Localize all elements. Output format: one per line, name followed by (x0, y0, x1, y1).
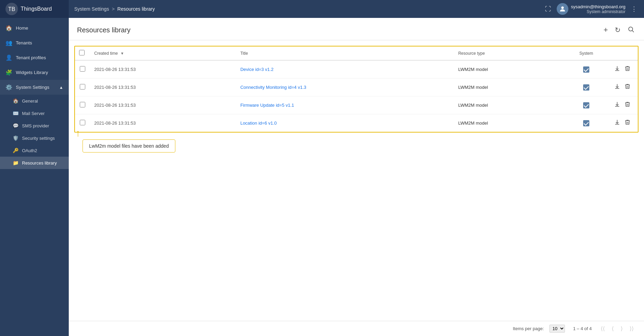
sidebar-item-home[interactable]: 🏠 Home (0, 21, 69, 35)
delete-button[interactable] (623, 101, 632, 110)
row-checkbox[interactable] (80, 66, 85, 72)
items-per-page-select[interactable]: 10 5 15 20 25 (549, 325, 565, 333)
more-options-button[interactable]: ⋮ (630, 4, 638, 14)
user-role: System administrator (571, 9, 625, 14)
prev-page-button[interactable]: ⟨ (610, 325, 616, 333)
col-title: Title (236, 46, 454, 60)
select-all-checkbox[interactable] (79, 50, 85, 55)
main-area: System Settings > Resources library ⛶ sy… (69, 0, 644, 336)
row-created-time: 2021-08-26 13:31:53 (90, 114, 236, 132)
download-button[interactable] (613, 118, 622, 128)
fullscreen-button[interactable]: ⛶ (544, 4, 553, 14)
oauth2-icon: 🔑 (12, 148, 19, 153)
breadcrumb-parent[interactable]: System Settings (74, 6, 109, 12)
row-system (566, 60, 607, 78)
download-button[interactable] (613, 101, 622, 110)
row-system (566, 114, 607, 132)
table-row: 2021-08-26 13:31:53 Firmware Update id=5… (75, 96, 638, 114)
row-checkbox[interactable] (80, 120, 85, 125)
download-button[interactable] (613, 65, 622, 74)
logo[interactable]: TB ThingsBoard (0, 0, 69, 18)
mail-server-icon: ✉️ (12, 111, 19, 116)
svg-point-2 (561, 7, 564, 9)
row-actions (607, 96, 638, 114)
row-actions (607, 114, 638, 132)
sidebar-item-mail-server-label: Mail Server (22, 111, 45, 116)
tooltip-arrow-icon: ↑ (76, 128, 80, 138)
tenants-icon: 👥 (6, 40, 12, 46)
nav: 🏠 Home 👥 Tenants 👤 Tenant profiles 🧩 Wid… (0, 18, 69, 336)
search-button[interactable] (626, 24, 636, 36)
row-resource-type: LWM2M model (454, 60, 566, 78)
row-checkbox[interactable] (80, 102, 85, 107)
col-title-label: Title (240, 51, 248, 56)
tooltip-container: ↑ LwM2m model files have been added (83, 139, 175, 153)
row-select-cell (75, 60, 90, 78)
sidebar-item-resources-library[interactable]: 📁 Resources library (0, 157, 69, 169)
last-page-button[interactable]: ⟩⟩ (627, 325, 636, 333)
sidebar-item-mail-server[interactable]: ✉️ Mail Server (0, 107, 69, 119)
sidebar-group-system-settings[interactable]: ⚙️ System Settings ▲ (0, 80, 69, 95)
download-icon (614, 101, 620, 107)
sidebar-item-general-label: General (22, 98, 38, 104)
sidebar-item-resources-library-label: Resources library (22, 160, 57, 166)
page-title: Resources library (77, 26, 602, 34)
sidebar-item-tenant-profiles[interactable]: 👤 Tenant profiles (0, 50, 69, 65)
sidebar-item-security-settings[interactable]: 🛡️ Security settings (0, 132, 69, 144)
row-system (566, 78, 607, 96)
page-header: Resources library + ↻ (69, 18, 644, 40)
col-system-label: System (579, 51, 593, 56)
trash-icon (624, 65, 631, 72)
delete-button[interactable] (623, 65, 632, 74)
col-created-time-label: Created time (94, 51, 118, 56)
refresh-button[interactable]: ↻ (613, 24, 622, 35)
col-resource-type-label: Resource type (458, 51, 485, 56)
svg-line-4 (632, 30, 634, 32)
table-row: 2021-08-26 13:31:53 Connectivity Monitor… (75, 78, 638, 96)
sidebar-item-oauth2[interactable]: 🔑 OAuth2 (0, 144, 69, 157)
row-select-cell (75, 78, 90, 96)
table-row: 2021-08-26 13:31:53 Location id=6 v1.0 L… (75, 114, 638, 132)
logo-text: ThingsBoard (21, 6, 52, 12)
svg-text:TB: TB (8, 6, 15, 12)
sidebar-item-sms-provider[interactable]: 💬 SMS provider (0, 119, 69, 132)
sort-icon: ▼ (120, 51, 124, 55)
row-checkbox[interactable] (80, 84, 85, 90)
download-button[interactable] (613, 83, 622, 92)
sidebar-group-system-settings-label: System Settings (16, 85, 50, 90)
trash-icon (624, 119, 631, 125)
col-select (75, 46, 90, 60)
sms-provider-icon: 💬 (12, 123, 19, 128)
first-page-button[interactable]: ⟨⟨ (599, 325, 607, 333)
sidebar-item-widgets-library[interactable]: 🧩 Widgets Library (0, 65, 69, 80)
download-icon (614, 83, 620, 90)
page-range: 1 – 4 of 4 (573, 326, 592, 331)
sidebar-item-general[interactable]: 🏠 General (0, 95, 69, 107)
col-system: System (566, 46, 607, 60)
delete-button[interactable] (623, 118, 632, 128)
row-system (566, 96, 607, 114)
topbar-user: sysadmin@thingsboard.org System administ… (557, 3, 625, 15)
col-resource-type: Resource type (454, 46, 566, 60)
trash-icon (624, 83, 631, 90)
sidebar-item-widgets-library-label: Widgets Library (16, 70, 48, 75)
sidebar-item-oauth2-label: OAuth2 (22, 148, 37, 153)
security-settings-icon: 🛡️ (12, 135, 19, 141)
table-row: 2021-08-26 13:31:53 Device id=3 v1.2 LWM… (75, 60, 638, 78)
next-page-button[interactable]: ⟩ (619, 325, 625, 333)
topbar-actions: ⛶ sysadmin@thingsboard.org System admini… (544, 3, 638, 15)
row-created-time: 2021-08-26 13:31:53 (90, 96, 236, 114)
system-settings-icon: ⚙️ (6, 84, 12, 91)
sidebar-item-tenants[interactable]: 👥 Tenants (0, 35, 69, 50)
tenant-profiles-icon: 👤 (6, 54, 12, 61)
row-resource-type: LWM2M model (454, 96, 566, 114)
trash-icon (624, 101, 631, 107)
sidebar-item-tenants-label: Tenants (16, 40, 32, 45)
tooltip-box: LwM2m model files have been added (83, 139, 175, 153)
delete-button[interactable] (623, 83, 632, 92)
search-icon (627, 26, 634, 33)
add-button[interactable]: + (602, 24, 609, 36)
row-actions (607, 60, 638, 78)
content-area: Resources library + ↻ (69, 18, 644, 336)
breadcrumb: System Settings > Resources library (74, 6, 541, 12)
